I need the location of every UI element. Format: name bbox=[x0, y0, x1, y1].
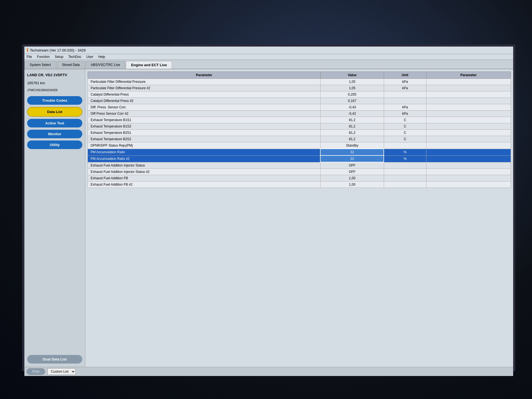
value-cell: 81,2 bbox=[320, 130, 384, 136]
dual-data-list-button[interactable]: Dual Data List bbox=[27, 355, 82, 364]
unit-cell: % bbox=[384, 155, 426, 162]
header-unit: Unit bbox=[384, 72, 426, 79]
menu-setup[interactable]: Setup bbox=[55, 55, 63, 59]
param2-cell bbox=[426, 130, 511, 136]
param-cell: Exhaust Fuel Addition Injector Status #2 bbox=[88, 169, 321, 175]
unit-cell bbox=[384, 91, 426, 98]
tab-engine-ect-live[interactable]: Engine and ECT Live bbox=[126, 61, 172, 69]
unit-cell: C bbox=[384, 123, 426, 130]
unit-cell: kPa bbox=[384, 111, 426, 117]
unit-cell bbox=[384, 169, 426, 175]
vehicle-model: LAND CR. VDJ 1VDFTV bbox=[27, 73, 82, 78]
value-cell: -0,43 bbox=[320, 104, 384, 111]
param2-cell bbox=[426, 181, 511, 188]
header-value: Value bbox=[320, 72, 384, 79]
value-cell: 1,00 bbox=[320, 175, 384, 181]
value-cell: OFF bbox=[320, 169, 384, 175]
value-cell: 0,205 bbox=[320, 91, 384, 98]
value-cell: Standby bbox=[320, 142, 384, 149]
unit-cell bbox=[384, 175, 426, 181]
data-table: Parameter Value Unit Parameter Particula… bbox=[88, 71, 511, 188]
param2-cell bbox=[426, 142, 511, 149]
menu-function[interactable]: Function bbox=[37, 55, 50, 59]
trouble-codes-button[interactable]: Trouble Codes bbox=[27, 96, 82, 105]
menu-help[interactable]: Help bbox=[98, 55, 105, 59]
app-icon: ℹ bbox=[27, 48, 28, 53]
param2-cell bbox=[426, 111, 511, 117]
tab-system-select[interactable]: System Select bbox=[24, 61, 56, 69]
table-row[interactable]: Particulate Filter Differential Pressure… bbox=[88, 79, 511, 85]
table-row[interactable]: Catalyst Differential Press #20,167 bbox=[88, 98, 511, 104]
unit-cell bbox=[384, 98, 426, 104]
param-cell: PM Accumulation Ratio #2 bbox=[88, 155, 321, 162]
value-cell: -0,42 bbox=[320, 111, 384, 117]
monitor-button[interactable]: Monitor bbox=[27, 130, 82, 138]
value-cell: 81,2 bbox=[320, 117, 384, 123]
table-row[interactable]: Exhaust Fuel Addition FB #21,00 bbox=[88, 181, 511, 188]
value-cell: 1,05 bbox=[320, 79, 384, 85]
table-row[interactable]: Catalyst Differential Press0,205 bbox=[88, 91, 511, 98]
custom-list-select[interactable]: Custom List bbox=[47, 368, 76, 375]
param-cell: Particulate Filter Differential Pressure bbox=[88, 79, 321, 85]
param-cell: Catalyst Differential Press #2 bbox=[88, 98, 321, 104]
utility-button[interactable]: Utility bbox=[27, 140, 82, 149]
tab-bar: System Select Stored Data ABS/VSC/TRC Li… bbox=[24, 60, 513, 69]
param2-cell bbox=[426, 175, 511, 181]
param-cell: Diff Press Sensor Corr #2 bbox=[88, 111, 321, 117]
param-cell: Exhaust Temperature B1S1 bbox=[88, 117, 321, 123]
table-row[interactable]: Exhaust Temperature B2S281,2C bbox=[88, 136, 511, 142]
unit-cell: kPa bbox=[384, 104, 426, 111]
table-row[interactable]: Particulate Filter Differential Pressure… bbox=[88, 85, 511, 91]
menu-bar: File Function Setup TechDoc User Help bbox=[24, 54, 513, 60]
bottom-bar: Print Custom List bbox=[24, 367, 513, 376]
table-row[interactable]: Exhaust Fuel Addition Injector StatusOFF bbox=[88, 162, 511, 169]
menu-user[interactable]: User bbox=[86, 55, 93, 59]
laptop-screen: ℹ Techstream (Ver 17.00.020) - 3429 File… bbox=[22, 44, 515, 371]
sidebar: LAND CR. VDJ 1VDFTV 165781 km JTMCV02J00… bbox=[24, 69, 85, 367]
param2-cell bbox=[426, 149, 511, 155]
active-test-button[interactable]: Active Test bbox=[27, 119, 82, 127]
table-row[interactable]: Exhaust Fuel Addition FB1,00 bbox=[88, 175, 511, 181]
value-cell: 81,2 bbox=[320, 123, 384, 130]
param2-cell bbox=[426, 117, 511, 123]
value-cell: 32 bbox=[320, 149, 384, 155]
tab-stored-data[interactable]: Stored Data bbox=[57, 61, 85, 69]
unit-cell bbox=[384, 142, 426, 149]
table-row[interactable]: Diff Press Sensor Corr #2-0,42kPa bbox=[88, 111, 511, 117]
header-parameter2: Parameter bbox=[426, 72, 511, 79]
table-row[interactable]: Diff. Press. Sensor Corr.-0,43kPa bbox=[88, 104, 511, 111]
param-cell: PM Accumulation Ratio bbox=[88, 149, 321, 155]
value-cell: 1,05 bbox=[320, 85, 384, 91]
unit-cell bbox=[384, 181, 426, 188]
menu-file[interactable]: File bbox=[27, 55, 32, 59]
param-cell: Exhaust Temperature B1S2 bbox=[88, 123, 321, 130]
param2-cell bbox=[426, 162, 511, 169]
param2-cell bbox=[426, 91, 511, 98]
value-cell: 22 bbox=[320, 155, 384, 162]
param2-cell bbox=[426, 155, 511, 162]
title-bar: ℹ Techstream (Ver 17.00.020) - 3429 bbox=[24, 47, 513, 54]
param2-cell bbox=[426, 123, 511, 130]
table-row[interactable]: Exhaust Temperature B1S281,2C bbox=[88, 123, 511, 130]
print-button[interactable]: Print bbox=[27, 368, 45, 375]
param2-cell bbox=[426, 98, 511, 104]
param2-cell bbox=[426, 136, 511, 142]
table-row[interactable]: PM Accumulation Ratio #222% bbox=[88, 155, 511, 162]
param2-cell bbox=[426, 85, 511, 91]
unit-cell bbox=[384, 162, 426, 169]
data-list-button[interactable]: Data List bbox=[27, 107, 82, 117]
table-row[interactable]: Exhaust Fuel Addition Injector Status #2… bbox=[88, 169, 511, 175]
table-row[interactable]: PM Accumulation Ratio32% bbox=[88, 149, 511, 155]
main-content: LAND CR. VDJ 1VDFTV 165781 km JTMCV02J00… bbox=[24, 69, 513, 367]
table-row[interactable]: Exhaust Temperature B1S181,2C bbox=[88, 117, 511, 123]
tab-abs-live[interactable]: ABS/VSC/TRC Live bbox=[86, 61, 125, 69]
param2-cell bbox=[426, 169, 511, 175]
value-cell: 1,00 bbox=[320, 181, 384, 188]
table-row[interactable]: DPNR/DPF Status Reju(PM)Standby bbox=[88, 142, 511, 149]
menu-techdoc[interactable]: TechDoc bbox=[68, 55, 81, 59]
table-row[interactable]: Exhaust Temperature B2S181,2C bbox=[88, 130, 511, 136]
param-cell: Particulate Filter Differential Pressure… bbox=[88, 85, 321, 91]
unit-cell: kPa bbox=[384, 85, 426, 91]
unit-cell: C bbox=[384, 136, 426, 142]
param-cell: DPNR/DPF Status Reju(PM) bbox=[88, 142, 321, 149]
